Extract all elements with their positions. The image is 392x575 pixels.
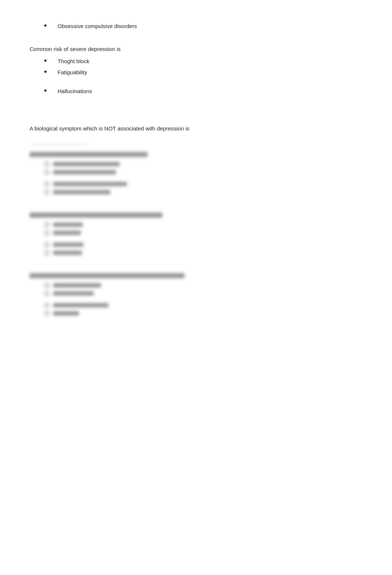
blurred-option-text [53, 190, 110, 194]
blurred-option [44, 190, 362, 195]
blurred-option [44, 170, 362, 175]
blurred-question-block-3 [30, 273, 362, 316]
blurred-option-text [53, 291, 94, 296]
blurred-option-text [53, 242, 83, 247]
bullet-icon [44, 89, 47, 92]
blurred-radio-icon [44, 161, 49, 167]
blurred-question-text [30, 273, 185, 278]
blurred-option [44, 303, 362, 308]
blurred-option-text [53, 283, 101, 288]
blurred-option [44, 161, 362, 167]
blurred-content [30, 144, 362, 316]
blurred-radio-icon [44, 181, 49, 187]
section-intro: Common risk of severe depression is [30, 45, 362, 54]
blurred-option-text [53, 303, 109, 307]
blurred-option [44, 230, 362, 235]
blurred-radio-icon [44, 303, 49, 308]
blurred-option-text [53, 170, 116, 174]
blurred-option-text [53, 222, 83, 227]
blurred-option-text [53, 162, 120, 166]
blurred-option-text [53, 231, 81, 235]
blurred-radio-icon [44, 242, 49, 247]
blurred-option [44, 181, 362, 187]
bullet-text: Hallucinations [58, 87, 92, 96]
blurred-option [44, 242, 362, 247]
blurred-option [44, 291, 362, 296]
bullet-text: Obsessive compulsive disorders [58, 22, 137, 31]
blurred-radio-icon [44, 291, 49, 296]
list-item: Thoght block [44, 57, 362, 66]
blurred-option [44, 311, 362, 316]
list-item: Fatiguability [44, 68, 362, 77]
blurred-question-text [30, 152, 148, 157]
main-content: Obsessive compulsive disorders Common ri… [30, 22, 362, 316]
list-item: Hallucinations [44, 87, 362, 96]
blurred-option [44, 222, 362, 227]
blurred-option [44, 250, 362, 255]
blurred-radio-icon [44, 250, 49, 255]
blurred-question-block-1 [30, 152, 362, 195]
blurred-question-text [30, 212, 162, 218]
list-item: Obsessive compulsive disorders [44, 22, 362, 31]
question-2: A biological symptom which is NOT associ… [30, 124, 362, 133]
divider [30, 144, 89, 144]
blurred-radio-icon [44, 230, 49, 235]
blurred-option-text [53, 251, 82, 255]
bullet-icon [44, 71, 47, 73]
blurred-option-text [53, 182, 127, 186]
blurred-radio-icon [44, 283, 49, 288]
bullet-icon [44, 24, 47, 27]
blurred-option [44, 283, 362, 288]
bullet-text: Fatiguability [58, 68, 87, 77]
blurred-radio-icon [44, 222, 49, 227]
blurred-question-block-2 [30, 212, 362, 255]
blurred-radio-icon [44, 311, 49, 316]
bullet-text: Thoght block [58, 57, 89, 66]
bullet-icon [44, 59, 47, 62]
blurred-option-text [53, 311, 79, 316]
blurred-radio-icon [44, 190, 49, 195]
blurred-radio-icon [44, 170, 49, 175]
